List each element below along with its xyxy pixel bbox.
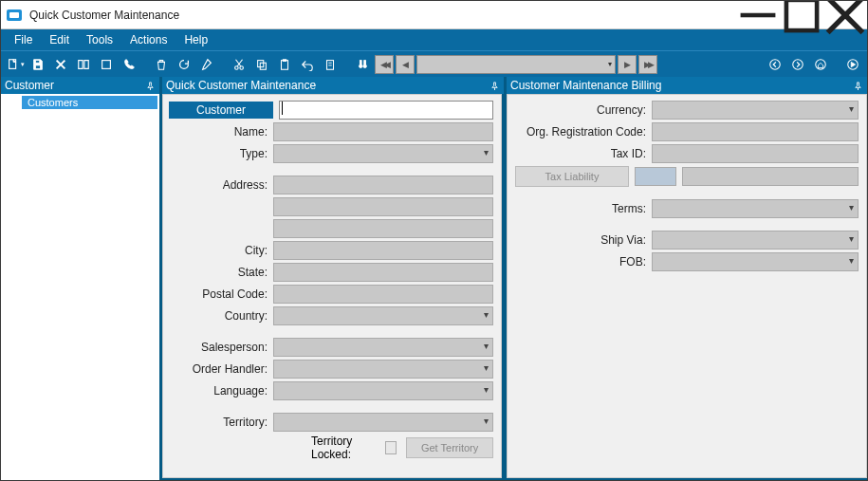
paste-icon[interactable] — [274, 54, 295, 75]
taxid-input[interactable] — [652, 144, 859, 163]
svg-rect-5 — [35, 60, 39, 63]
orgreg-label: Org. Registration Code: — [515, 125, 652, 139]
tree-item-customers[interactable]: Customers — [22, 96, 157, 109]
trash-icon[interactable] — [151, 54, 172, 75]
address1-input[interactable] — [273, 176, 493, 194]
undo-icon[interactable] — [297, 54, 318, 75]
name-label: Name: — [169, 125, 273, 139]
minimize-button[interactable] — [736, 1, 780, 29]
tax-liability-desc-input[interactable] — [682, 167, 859, 186]
address-label: Address: — [169, 178, 273, 192]
maximize-button[interactable] — [780, 1, 823, 29]
orderhandler-combo[interactable] — [273, 360, 493, 379]
menu-actions[interactable]: Actions — [122, 31, 175, 48]
fob-combo[interactable] — [652, 252, 859, 271]
svg-rect-23 — [360, 60, 361, 64]
pin-icon[interactable] — [852, 80, 863, 91]
main-area: Customer Customers Quick Customer Mainte… — [1, 77, 867, 480]
tax-liability-code-input[interactable] — [635, 167, 676, 186]
svg-rect-1 — [786, 0, 817, 30]
left-panel-body: Customers — [1, 94, 159, 480]
left-panel-title: Customer — [5, 79, 54, 92]
app-icon — [7, 9, 22, 21]
currency-label: Currency: — [515, 103, 652, 117]
center-panel: Quick Customer Maintenance Customer Name… — [162, 77, 504, 480]
new-button[interactable]: ▾ — [5, 54, 26, 75]
svg-point-11 — [240, 65, 244, 69]
currency-combo[interactable] — [652, 101, 859, 120]
postal-label: Postal Code: — [169, 287, 273, 301]
toolbar: ▾ ◀◀ ◀ ▾ ▶ ▶▶ — [1, 50, 867, 77]
state-label: State: — [169, 266, 273, 279]
country-label: Country: — [169, 309, 273, 323]
billing-form: Currency: Org. Registration Code: Tax ID… — [507, 94, 867, 478]
menu-tools[interactable]: Tools — [79, 31, 120, 48]
right-panel-title: Customer Maintenance Billing — [510, 79, 661, 92]
nav-prev-button[interactable]: ◀ — [396, 55, 415, 74]
cut-icon[interactable] — [229, 54, 249, 75]
note-icon[interactable] — [96, 54, 117, 75]
svg-rect-9 — [102, 60, 111, 68]
menu-help[interactable]: Help — [176, 31, 215, 48]
nav-first-button[interactable]: ◀◀ — [375, 55, 394, 74]
phone-icon[interactable] — [119, 54, 139, 75]
terms-combo[interactable] — [652, 199, 859, 218]
center-panel-header: Quick Customer Maintenance — [162, 77, 504, 94]
city-label: City: — [169, 244, 273, 257]
language-combo[interactable] — [273, 381, 493, 400]
refresh-icon[interactable] — [174, 54, 194, 75]
salesperson-label: Salesperson: — [169, 341, 273, 354]
orderhandler-label: Order Handler: — [169, 362, 273, 376]
clipboard-icon[interactable] — [320, 54, 341, 75]
pin-icon[interactable] — [144, 80, 156, 91]
center-panel-title: Quick Customer Maintenance — [166, 79, 316, 92]
orgreg-input[interactable] — [652, 122, 859, 141]
country-combo[interactable] — [273, 306, 493, 325]
nav-next-button[interactable]: ▶ — [618, 55, 637, 74]
delete-button[interactable] — [50, 54, 71, 75]
right-panel-header: Customer Maintenance Billing — [507, 77, 867, 94]
type-combo[interactable] — [273, 144, 493, 163]
clean-icon[interactable] — [196, 54, 217, 75]
right-panel: Customer Maintenance Billing Currency: O… — [507, 77, 867, 480]
svg-point-26 — [793, 59, 803, 69]
menu-edit[interactable]: Edit — [42, 31, 77, 48]
svg-point-22 — [363, 65, 367, 68]
territory-locked-checkbox[interactable] — [385, 441, 397, 454]
copy-icon[interactable] — [251, 54, 272, 75]
salesperson-combo[interactable] — [273, 338, 493, 357]
address2-input[interactable] — [273, 197, 493, 216]
postal-input[interactable] — [273, 285, 493, 304]
back-icon[interactable] — [765, 54, 785, 75]
close-button[interactable] — [823, 1, 867, 29]
center-form: Customer Name: Type: Address: City: Stat… — [162, 94, 502, 478]
nav-last-button[interactable]: ▶▶ — [638, 55, 657, 74]
name-input[interactable] — [273, 122, 493, 141]
forward-icon[interactable] — [787, 54, 808, 75]
get-territory-button[interactable]: Get Territory — [406, 437, 493, 458]
window-title: Quick Customer Maintenance — [29, 9, 736, 22]
customer-tab[interactable]: Customer — [169, 102, 273, 119]
shipvia-combo[interactable] — [652, 231, 859, 250]
territory-combo[interactable] — [273, 413, 493, 432]
pin-icon[interactable] — [489, 80, 500, 91]
book-icon[interactable] — [73, 54, 94, 75]
customer-input[interactable] — [279, 101, 493, 120]
shipvia-label: Ship Via: — [515, 233, 652, 247]
state-input[interactable] — [273, 263, 493, 282]
territory-label: Territory: — [169, 416, 273, 429]
home-icon[interactable] — [810, 54, 831, 75]
save-button[interactable] — [28, 54, 48, 75]
search-icon[interactable] — [352, 54, 373, 75]
city-input[interactable] — [273, 241, 493, 260]
left-panel: Customer Customers — [1, 77, 162, 480]
language-label: Language: — [169, 384, 273, 398]
play-icon[interactable] — [842, 54, 863, 75]
nav-record-combo[interactable]: ▾ — [416, 55, 616, 74]
address3-input[interactable] — [273, 219, 493, 238]
left-panel-header: Customer — [1, 77, 159, 94]
svg-point-10 — [235, 65, 239, 69]
tax-liability-button[interactable]: Tax Liability — [515, 166, 629, 187]
menu-file[interactable]: File — [7, 31, 40, 48]
titlebar: Quick Customer Maintenance — [1, 1, 867, 29]
